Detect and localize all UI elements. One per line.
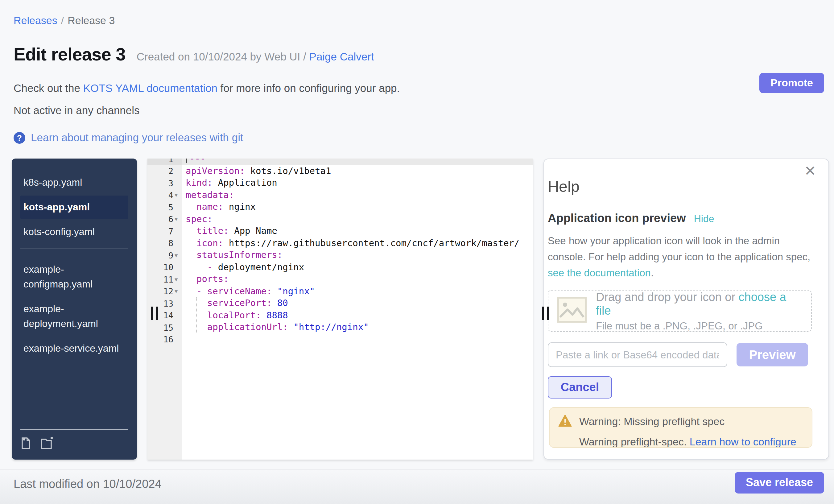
created-text: Created on 10/10/2024 by Web UI / — [137, 50, 309, 63]
doc-suffix: for more info on configuring your app. — [217, 82, 400, 94]
channel-status: Not active in any channels — [14, 104, 140, 117]
icon-preview-description: See how your application icon will look … — [548, 233, 813, 281]
line-number: 6▼ — [148, 213, 182, 225]
code-line-content: - deployment/nginx — [182, 261, 533, 273]
code-line-content: kind: Application — [182, 177, 533, 189]
code-line[interactable]: 3kind: Application — [148, 177, 533, 189]
sidebar-footer — [12, 424, 137, 460]
code-line-content: apiVersion: kots.io/v1beta1 — [182, 165, 533, 177]
code-line[interactable]: 15 applicationUrl: "http://nginx" — [148, 322, 533, 333]
preflight-warning-box: Warning: Missing preflight spec Warning … — [549, 407, 812, 448]
fold-arrow-icon[interactable]: ▼ — [173, 252, 180, 259]
line-number: 8 — [148, 237, 182, 249]
created-by-link[interactable]: Paige Calvert — [309, 50, 374, 63]
line-number: 2 — [148, 165, 182, 177]
file-tree-item[interactable]: kots-config.yaml — [20, 220, 128, 244]
code-line[interactable]: 6▼spec: — [148, 213, 533, 225]
help-panel: ✕ Help Application icon preview Hide See… — [544, 158, 829, 460]
fold-arrow-icon[interactable]: ▼ — [173, 192, 180, 198]
code-line[interactable]: 12▼ - serviceName: "nginx" — [148, 285, 533, 297]
code-line[interactable]: 4▼metadata: — [148, 189, 533, 201]
question-circle-icon: ? — [14, 132, 25, 144]
close-icon[interactable]: ✕ — [804, 164, 816, 178]
dropzone-prompt-text: Drag and drop your icon or — [596, 290, 739, 303]
cancel-button[interactable]: Cancel — [548, 376, 612, 398]
git-releases-link[interactable]: Learn about managing your releases with … — [31, 131, 243, 144]
see-documentation-link[interactable]: see the documentation — [548, 267, 651, 278]
code-line[interactable]: 16 — [148, 333, 533, 346]
code-line[interactable]: 5 name: nginx — [148, 201, 533, 213]
line-number: 4▼ — [148, 189, 182, 201]
last-modified-text: Last modified on 10/10/2024 — [14, 478, 161, 491]
file-tree-item[interactable]: example-deployment.yaml — [20, 297, 128, 335]
code-lines: 1---2apiVersion: kots.io/v1beta13kind: A… — [148, 158, 533, 346]
kots-yaml-doc-link[interactable]: KOTS YAML documentation — [83, 82, 217, 94]
sidebar-resize-handle[interactable] — [151, 307, 158, 320]
learn-how-to-configure-link[interactable]: Learn how to configure — [690, 436, 796, 448]
line-number: 12▼ — [148, 285, 182, 297]
dropzone-hint: File must be a .PNG, .JPEG, or .JPG — [596, 320, 803, 332]
fold-arrow-icon[interactable]: ▼ — [173, 276, 180, 283]
warning-triangle-icon — [558, 415, 572, 429]
line-number: 15 — [148, 322, 182, 333]
help-panel-resize-handle[interactable] — [542, 307, 550, 320]
page-title: Edit release 3 — [14, 44, 126, 65]
footer-divider — [0, 469, 834, 470]
code-line-content — [182, 333, 533, 346]
code-line-content: name: nginx — [182, 201, 533, 213]
fold-arrow-icon[interactable]: ▼ — [173, 288, 180, 294]
text-cursor — [186, 158, 187, 163]
line-number: 10 — [148, 261, 182, 273]
breadcrumb-current: Release 3 — [68, 15, 115, 26]
file-tree-item[interactable]: example-configmap.yaml — [20, 258, 128, 296]
dropzone-prompt: Drag and drop your icon or choose a file — [596, 290, 803, 317]
add-folder-icon[interactable] — [40, 436, 55, 452]
fold-arrow-icon[interactable]: ▼ — [173, 216, 180, 222]
icon-preview-section-title: Application icon preview — [548, 212, 686, 225]
code-line[interactable]: 14 localPort: 8888 — [148, 309, 533, 322]
icon-url-input[interactable] — [548, 342, 727, 367]
preview-button[interactable]: Preview — [737, 343, 808, 367]
code-line-content: spec: — [182, 213, 533, 225]
icon-dropzone[interactable]: Drag and drop your icon or choose a file… — [548, 290, 812, 332]
file-tree-item[interactable]: example-service.yaml — [20, 337, 128, 360]
code-line-content: localPort: 8888 — [182, 309, 533, 322]
code-line-content: ports: — [182, 273, 533, 285]
line-number: 16 — [148, 333, 182, 346]
save-release-button[interactable]: Save release — [735, 472, 824, 494]
help-panel-title: Help — [548, 178, 808, 196]
code-line[interactable]: 2apiVersion: kots.io/v1beta1 — [148, 165, 533, 177]
code-line-content: title: App Name — [182, 225, 533, 237]
add-file-icon[interactable] — [20, 436, 33, 452]
code-line[interactable]: 11▼ ports: — [148, 273, 533, 285]
code-line-content: metadata: — [182, 189, 533, 201]
line-number: 9▼ — [148, 249, 182, 261]
hide-link[interactable]: Hide — [694, 214, 714, 224]
code-line[interactable]: 10 - deployment/nginx — [148, 261, 533, 273]
yaml-editor[interactable]: 1---2apiVersion: kots.io/v1beta13kind: A… — [148, 158, 533, 460]
description-text: See how your application icon will look … — [548, 235, 810, 262]
code-line[interactable]: 7 title: App Name — [148, 225, 533, 237]
line-number: 3 — [148, 177, 182, 189]
warning-detail: Warning preflight-spec. Learn how to con… — [579, 436, 803, 448]
line-number: 5 — [148, 201, 182, 213]
main-content: k8s-app.yamlkots-app.yamlkots-config.yam… — [12, 158, 829, 460]
code-line[interactable]: 9▼ statusInformers: — [148, 249, 533, 261]
code-line[interactable]: 8 icon: https://raw.githubusercontent.co… — [148, 237, 533, 249]
breadcrumb-releases-link[interactable]: Releases — [14, 15, 57, 26]
file-tree-item[interactable]: kots-app.yaml — [20, 196, 128, 219]
file-list-divider — [20, 248, 128, 249]
code-line[interactable]: 13 servicePort: 80 — [148, 297, 533, 309]
line-number: 7 — [148, 225, 182, 237]
code-line-content: icon: https://raw.githubusercontent.com/… — [182, 237, 533, 249]
code-line-content: applicationUrl: "http://nginx" — [182, 322, 533, 333]
title-bar: Edit release 3 Created on 10/10/2024 by … — [14, 44, 374, 65]
image-placeholder-icon — [557, 297, 587, 325]
promote-button[interactable]: Promote — [759, 73, 824, 93]
code-line[interactable]: 1--- — [148, 158, 533, 165]
example-file-list: example-configmap.yamlexample-deployment… — [12, 254, 137, 360]
file-tree-item[interactable]: k8s-app.yaml — [20, 171, 128, 194]
breadcrumb-separator: / — [61, 15, 64, 26]
created-subtitle: Created on 10/10/2024 by Web UI / Paige … — [137, 50, 374, 64]
code-line-content: statusInformers: — [182, 249, 533, 261]
